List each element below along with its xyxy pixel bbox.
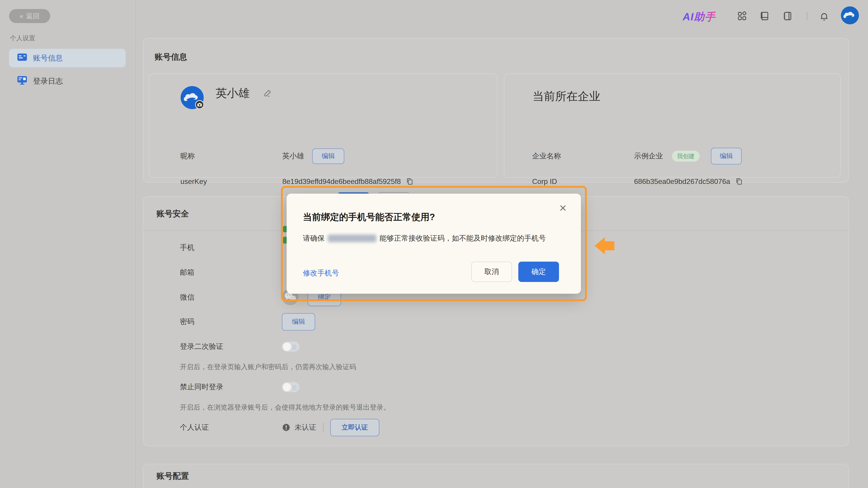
header-divider bbox=[807, 12, 807, 20]
email-label: 邮箱 bbox=[180, 267, 282, 278]
sidebar: « 返回 个人设置 账号信息 登录日志 bbox=[0, 0, 135, 488]
password-label: 密码 bbox=[180, 317, 282, 327]
userkey-value: 8e19d39effd94de6beedfb88af5925f8 bbox=[282, 177, 401, 186]
account-info-card: 账号信息 英小雄 昵称 英小雄 编辑 bbox=[143, 38, 849, 183]
toggle-knob bbox=[283, 343, 291, 351]
dialog-title: 当前绑定的手机号能否正常使用? bbox=[303, 211, 435, 223]
phone-confirm-dialog: ✕ 当前绑定的手机号能否正常使用? 请确保 能够正常接收验证码，如不能及时修改绑… bbox=[287, 194, 581, 294]
corp-id-value: 686b35ea0e9bd267dc58076a bbox=[634, 177, 730, 186]
monitor-icon bbox=[17, 76, 27, 87]
app-logo: AI助手 bbox=[683, 10, 716, 24]
enterprise-card: 当前所在企业 企业名称 示例企业 我创建 编辑 Corp ID 686b35ea… bbox=[504, 73, 841, 177]
nickname-label: 昵称 bbox=[180, 151, 282, 161]
sidebar-section-label: 个人设置 bbox=[10, 34, 35, 42]
cert-status-text: 未认证 bbox=[294, 422, 316, 432]
account-security-title: 账号安全 bbox=[156, 208, 189, 219]
close-icon[interactable]: ✕ bbox=[559, 203, 567, 213]
toggle-state-label: 关 bbox=[291, 344, 297, 352]
bell-icon[interactable] bbox=[819, 11, 829, 21]
nickname-value: 英小雄 bbox=[282, 151, 304, 161]
enterprise-name-label: 企业名称 bbox=[532, 151, 634, 161]
two-factor-description: 开启后，在登录页输入账户和密码后，仍需再次输入验证码 bbox=[180, 362, 356, 372]
toggle-state-label: 关 bbox=[291, 384, 297, 392]
vertical-separator bbox=[323, 423, 323, 432]
user-info-card: 英小雄 昵称 英小雄 编辑 userKey 8e19d39effd94de6be… bbox=[149, 73, 497, 177]
notebook-icon[interactable] bbox=[782, 11, 793, 21]
user-avatar[interactable] bbox=[841, 6, 859, 24]
single-login-toggle[interactable]: 关 bbox=[282, 382, 300, 392]
enterprise-name-value: 示例企业 bbox=[634, 151, 663, 161]
userkey-label: userKey bbox=[180, 177, 282, 186]
single-login-label: 禁止同时登录 bbox=[180, 382, 282, 392]
single-login-row: 禁止同时登录 关 bbox=[180, 379, 813, 395]
account-info-title: 账号信息 bbox=[155, 52, 187, 63]
sidebar-item-login-log[interactable]: 登录日志 bbox=[9, 72, 126, 90]
cert-seal-icon bbox=[282, 423, 290, 432]
nickname-edit-button[interactable]: 编辑 bbox=[312, 149, 344, 164]
password-edit-button[interactable]: 编辑 bbox=[282, 313, 315, 330]
blurred-phone-number bbox=[328, 234, 376, 242]
user-name: 英小雄 bbox=[216, 86, 250, 101]
corp-id-label: Corp ID bbox=[532, 177, 634, 186]
change-phone-link[interactable]: 修改手机号 bbox=[303, 268, 339, 278]
back-button[interactable]: « 返回 bbox=[9, 9, 50, 23]
userkey-row: userKey 8e19d39effd94de6beedfb88af5925f8 bbox=[180, 173, 492, 190]
enterprise-name-row: 企业名称 示例企业 我创建 编辑 bbox=[532, 148, 835, 164]
two-factor-toggle[interactable]: 关 bbox=[282, 341, 300, 352]
app-root: « 返回 个人设置 账号信息 登录日志 AI助手 bbox=[0, 0, 868, 488]
creator-badge: 我创建 bbox=[672, 151, 700, 162]
two-factor-label: 登录二次验证 bbox=[180, 341, 282, 352]
confirm-button[interactable]: 确定 bbox=[518, 262, 559, 282]
two-factor-row: 登录二次验证 关 bbox=[180, 338, 813, 355]
nickname-row: 昵称 英小雄 编辑 bbox=[180, 148, 492, 164]
copy-icon[interactable] bbox=[735, 177, 743, 185]
apps-grid-icon[interactable] bbox=[737, 11, 747, 21]
password-row: 密码 编辑 bbox=[180, 314, 813, 330]
back-button-label: 返回 bbox=[26, 11, 39, 21]
sidebar-item-account-info[interactable]: 账号信息 bbox=[9, 49, 126, 67]
dialog-body: 请确保 能够正常接收验证码，如不能及时修改绑定的手机号 bbox=[303, 233, 546, 243]
certify-now-button[interactable]: 立即认证 bbox=[330, 419, 379, 436]
dialog-body-prefix: 请确保 bbox=[303, 233, 324, 243]
sidebar-item-label: 账号信息 bbox=[33, 53, 63, 63]
book-icon[interactable] bbox=[760, 11, 770, 21]
single-login-description: 开启后，在浏览器登录账号后，会使得其他地方登录的账号退出登录。 bbox=[180, 403, 390, 412]
toggle-knob bbox=[283, 383, 291, 391]
dialog-body-suffix: 能够正常接收验证码，如不能及时修改绑定的手机号 bbox=[379, 233, 546, 243]
sidebar-item-label: 登录日志 bbox=[33, 76, 63, 86]
profile-avatar[interactable] bbox=[181, 86, 204, 109]
camera-badge-icon[interactable] bbox=[195, 100, 204, 109]
double-chevron-left-icon: « bbox=[20, 12, 24, 20]
phone-label: 手机 bbox=[180, 242, 282, 253]
cancel-button[interactable]: 取消 bbox=[471, 262, 512, 282]
edit-name-pencil-icon[interactable] bbox=[264, 89, 272, 97]
corp-id-row: Corp ID 686b35ea0e9bd267dc58076a bbox=[532, 173, 835, 190]
account-config-title: 账号配置 bbox=[156, 470, 189, 482]
copy-icon[interactable] bbox=[406, 177, 413, 185]
wechat-label: 微信 bbox=[180, 292, 282, 302]
id-card-icon bbox=[17, 53, 27, 63]
personal-cert-row: 个人认证 未认证 立即认证 bbox=[180, 419, 813, 435]
enterprise-card-title: 当前所在企业 bbox=[532, 89, 600, 104]
account-config-card: 账号配置 bbox=[143, 464, 849, 488]
personal-cert-label: 个人认证 bbox=[180, 422, 282, 432]
enterprise-edit-button[interactable]: 编辑 bbox=[711, 148, 742, 164]
